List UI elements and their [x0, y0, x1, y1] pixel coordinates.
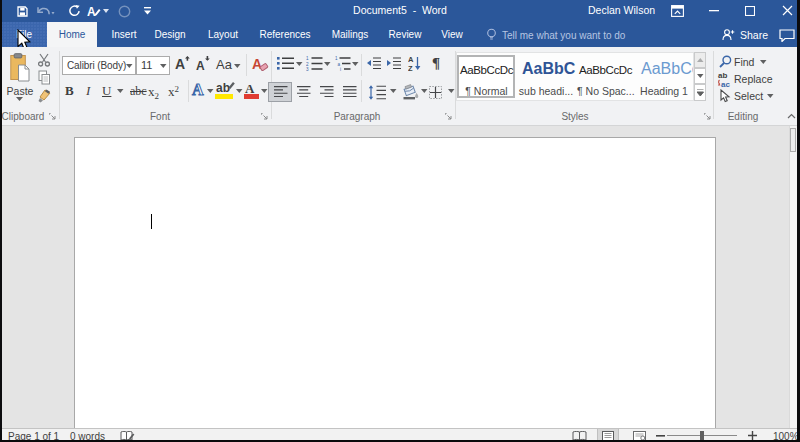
- svg-text:Z: Z: [408, 64, 413, 72]
- svg-text:3: 3: [306, 67, 309, 71]
- svg-text:1: 1: [306, 56, 309, 61]
- svg-text:2: 2: [306, 62, 309, 67]
- svg-text:i: i: [340, 67, 341, 71]
- svg-text:1: 1: [335, 56, 338, 61]
- svg-text:a: a: [338, 62, 341, 67]
- svg-text:ac: ac: [721, 80, 730, 88]
